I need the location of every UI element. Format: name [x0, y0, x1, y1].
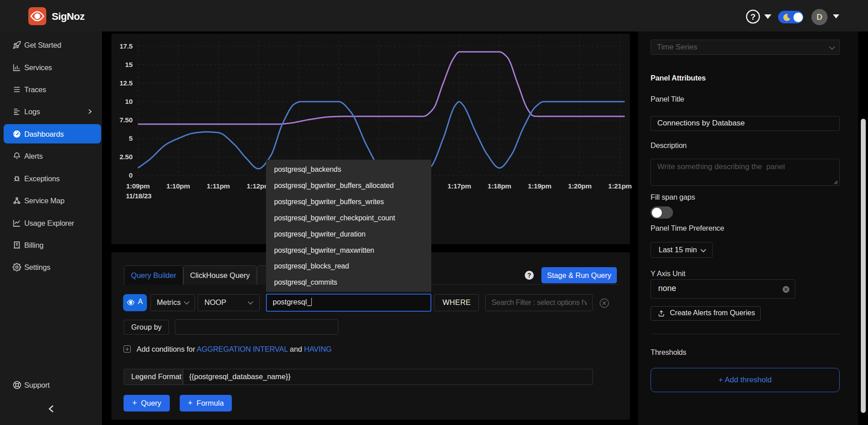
svg-text:?: ? [750, 12, 756, 22]
